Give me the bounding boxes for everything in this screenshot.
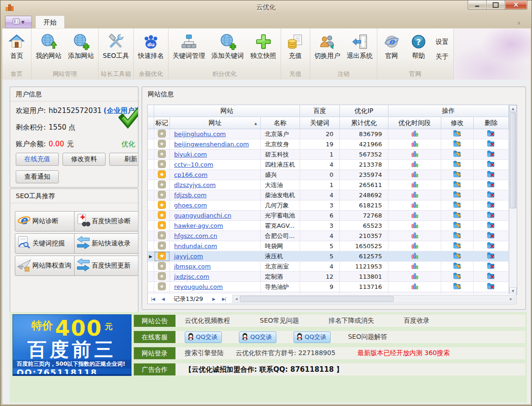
delete-cell[interactable]: [474, 231, 509, 241]
ribbon-small-button-设置[interactable]: 设置: [436, 38, 449, 46]
ribbon-button-官网[interactable]: e官网: [378, 30, 405, 69]
last-page-icon[interactable]: ▶|: [219, 297, 229, 301]
website-link[interactable]: beijingwenshendian.com: [174, 141, 249, 148]
view-notice-button[interactable]: 查看通知: [16, 170, 59, 183]
time-range-cell[interactable]: [388, 241, 441, 251]
ribbon-button-帮助[interactable]: ?帮助: [405, 30, 432, 69]
ribbon-button-切换用户[interactable]: 切换用户: [311, 30, 344, 69]
url-cell[interactable]: cp166.com: [170, 170, 261, 180]
time-range-cell[interactable]: [388, 251, 441, 262]
url-cell[interactable]: ghoes.com: [170, 200, 261, 211]
seo-tool-百度快照诊断[interactable]: 百度快照诊断: [74, 211, 138, 231]
delete-cell[interactable]: [474, 221, 509, 231]
delete-cell[interactable]: [474, 150, 509, 160]
titlebar[interactable]: 云优化 ×: [0, 0, 532, 14]
url-cell[interactable]: reyouguolu.com: [170, 282, 261, 292]
scrollbar-thumb[interactable]: [240, 296, 394, 302]
vertical-scrollbar[interactable]: ▲▼: [509, 105, 517, 294]
ribbon-button-快速排名[interactable]: du快速排名: [135, 30, 167, 69]
column-header-delete[interactable]: 删除: [474, 117, 509, 129]
ribbon-button-独立快照[interactable]: 独立快照: [247, 30, 280, 69]
column-header-total-optimize[interactable]: 累计优化: [340, 117, 388, 129]
website-link[interactable]: beijingluohu.com: [174, 131, 226, 137]
star-cell[interactable]: [154, 241, 170, 251]
edit-cell[interactable]: [441, 272, 474, 282]
delete-cell[interactable]: [474, 139, 509, 150]
column-header-url[interactable]: 网址▲: [170, 117, 261, 129]
ribbon-button-SEO工具[interactable]: SEO工具: [100, 30, 132, 69]
delete-cell[interactable]: [474, 262, 509, 272]
star-cell[interactable]: [154, 200, 170, 211]
scroll-down-icon[interactable]: ▼: [509, 287, 517, 294]
star-cell[interactable]: [154, 231, 170, 241]
footer-link[interactable]: 云优化软件官方群号: 227188905: [236, 349, 335, 357]
scroll-up-icon[interactable]: ▲: [509, 105, 517, 112]
ribbon-button-首页[interactable]: 首页: [3, 30, 30, 69]
seo-tool-关键词挖掘[interactable]: 关键词挖掘: [15, 233, 76, 254]
star-cell[interactable]: [154, 221, 170, 231]
edit-cell[interactable]: [441, 180, 474, 190]
delete-cell[interactable]: [474, 170, 509, 180]
edit-cell[interactable]: [441, 211, 474, 221]
star-cell[interactable]: [154, 272, 170, 282]
ribbon-button-添加网站[interactable]: 添加网站: [65, 30, 97, 69]
column-header-edit[interactable]: 修改: [441, 117, 474, 129]
edit-cell[interactable]: [441, 251, 474, 262]
time-range-cell[interactable]: [388, 262, 441, 272]
url-cell[interactable]: guangyudianchi.cn: [170, 211, 261, 221]
time-range-cell[interactable]: [388, 272, 441, 282]
url-cell[interactable]: hndundai.com: [170, 241, 261, 251]
scrollbar-thumb[interactable]: [510, 112, 516, 208]
delete-cell[interactable]: [474, 282, 509, 292]
star-cell[interactable]: [154, 262, 170, 272]
group-header-baidu[interactable]: 百度: [300, 105, 340, 117]
delete-cell[interactable]: [474, 129, 509, 139]
time-range-cell[interactable]: [388, 170, 441, 180]
time-range-cell[interactable]: [388, 282, 441, 292]
edit-cell[interactable]: [441, 282, 474, 292]
ribbon-button-我的网站[interactable]: 我的网站: [32, 30, 65, 69]
column-header-keywords[interactable]: 关键词: [300, 117, 340, 129]
seo-tool-百度快照更新[interactable]: 百度快照更新: [74, 256, 138, 276]
prev-page-icon[interactable]: ◀: [158, 297, 168, 301]
time-range-cell[interactable]: [388, 180, 441, 190]
website-link[interactable]: reyouguolu.com: [174, 283, 223, 290]
delete-cell[interactable]: [474, 160, 509, 170]
time-range-cell[interactable]: [388, 150, 441, 160]
minimize-button[interactable]: [468, 0, 487, 10]
edit-cell[interactable]: [441, 170, 474, 180]
scroll-left-icon[interactable]: ◀: [233, 297, 239, 301]
edit-cell[interactable]: [441, 160, 474, 170]
header-gutter[interactable]: [148, 117, 154, 129]
group-header-actions[interactable]: 操作: [388, 105, 509, 117]
footer-link[interactable]: SEO常见问题: [260, 317, 299, 325]
url-cell[interactable]: jbmspx.com: [170, 262, 261, 272]
delete-cell[interactable]: [474, 272, 509, 282]
ad-banner[interactable]: 特价 400 元 百度前三 百度前三页内，500以下指数的正规企业词! QQ:7…: [13, 314, 131, 376]
delete-cell[interactable]: [474, 211, 509, 221]
url-cell[interactable]: cctv--10.com: [170, 160, 261, 170]
group-header-website[interactable]: 网站: [154, 105, 300, 117]
footer-link[interactable]: SEO问题解答: [348, 333, 387, 341]
website-link[interactable]: hndundai.com: [174, 243, 217, 250]
footer-link[interactable]: 排名下降或消失: [329, 317, 374, 325]
website-link[interactable]: biyukj.com: [174, 151, 207, 158]
ribbon-button-充值[interactable]: 充值: [282, 30, 309, 69]
website-link[interactable]: fdjzsb.com: [174, 192, 207, 199]
time-range-cell[interactable]: [388, 221, 441, 231]
maximize-button[interactable]: [487, 0, 505, 10]
star-cell[interactable]: [154, 180, 170, 190]
star-cell[interactable]: [154, 251, 170, 262]
star-cell[interactable]: [154, 139, 170, 150]
header-gutter[interactable]: [148, 105, 154, 117]
application-menu-button[interactable]: ▼: [5, 16, 32, 28]
delete-cell[interactable]: [474, 180, 509, 190]
time-range-cell[interactable]: [388, 139, 441, 150]
time-range-cell[interactable]: [388, 200, 441, 211]
star-cell[interactable]: [154, 170, 170, 180]
time-range-cell[interactable]: [388, 160, 441, 170]
first-page-icon[interactable]: |◀: [148, 297, 158, 301]
website-link[interactable]: cctv--10.com: [174, 161, 213, 168]
edit-cell[interactable]: [441, 139, 474, 150]
edit-cell[interactable]: [441, 221, 474, 231]
